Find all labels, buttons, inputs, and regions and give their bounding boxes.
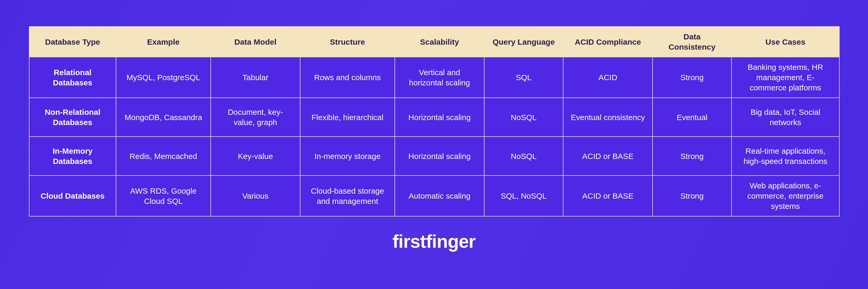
table-header-row: Database Type Example Data Model Structu…	[29, 27, 839, 57]
cell-acid-compliance: ACID or BASE	[563, 137, 653, 176]
header-data-consistency: Data Consistency	[653, 27, 732, 57]
cell-structure: In-memory storage	[300, 137, 395, 176]
cell-example: MongoDB, Cassandra	[116, 98, 211, 137]
cell-query-language: SQL	[484, 57, 563, 98]
cell-database-type: Cloud Databases	[29, 176, 116, 216]
cell-scalability: Horizontal scaling	[395, 98, 484, 137]
canvas: Database Type Example Data Model Structu…	[0, 0, 868, 289]
cell-use-cases: Big data, IoT, Social networks	[732, 98, 839, 137]
cell-database-type: In-Memory Databases	[29, 137, 116, 176]
cell-data-model: Various	[211, 176, 300, 216]
cell-scalability: Vertical and horizontal scaling	[395, 57, 484, 98]
brand-text: firstfinger	[393, 231, 475, 252]
table-row: Non-Relational Databases MongoDB, Cassan…	[29, 98, 839, 137]
cell-example: MySQL, PostgreSQL	[116, 57, 211, 98]
table-row: Cloud Databases AWS RDS, Google Cloud SQ…	[29, 176, 839, 216]
cell-data-consistency: Strong	[653, 57, 732, 98]
header-data-model: Data Model	[211, 27, 300, 57]
header-acid-compliance: ACID Compliance	[563, 27, 653, 57]
comparison-table: Database Type Example Data Model Structu…	[29, 26, 839, 216]
cell-structure: Cloud-based storage and management	[300, 176, 395, 216]
header-scalability: Scalability	[395, 27, 484, 57]
brand-logo: firstfinger	[393, 231, 475, 252]
cell-use-cases: Banking systems, HR management, E-commer…	[732, 57, 839, 98]
cell-database-type: Relational Databases	[29, 57, 116, 98]
cell-acid-compliance: Eventual consistency	[563, 98, 653, 137]
cell-structure: Flexible, hierarchical	[300, 98, 395, 137]
cell-query-language: SQL, NoSQL	[484, 176, 563, 216]
cell-example: AWS RDS, Google Cloud SQL	[116, 176, 211, 216]
header-use-cases: Use Cases	[732, 27, 839, 57]
cell-acid-compliance: ACID	[563, 57, 653, 98]
header-structure: Structure	[300, 27, 395, 57]
database-types-table: Database Type Example Data Model Structu…	[29, 26, 840, 216]
cell-scalability: Horizontal scaling	[395, 137, 484, 176]
table-row: In-Memory Databases Redis, Memcached Key…	[29, 137, 839, 176]
cell-query-language: NoSQL	[484, 98, 563, 137]
cell-acid-compliance: ACID or BASE	[563, 176, 653, 216]
header-query-language: Query Language	[484, 27, 563, 57]
cell-data-model: Key-value	[211, 137, 300, 176]
cell-scalability: Automatic scaling	[395, 176, 484, 216]
cell-data-consistency: Strong	[653, 137, 732, 176]
cell-data-consistency: Eventual	[653, 98, 732, 137]
cell-use-cases: Real-time applications, high-speed trans…	[732, 137, 839, 176]
header-example: Example	[116, 27, 211, 57]
cell-example: Redis, Memcached	[116, 137, 211, 176]
cell-data-consistency: Strong	[653, 176, 732, 216]
header-database-type: Database Type	[29, 27, 116, 57]
cell-data-model: Tabular	[211, 57, 300, 98]
cell-use-cases: Web applications, e-commerce, enterprise…	[732, 176, 839, 216]
table-row: Relational Databases MySQL, PostgreSQL T…	[29, 57, 839, 98]
cell-query-language: NoSQL	[484, 137, 563, 176]
cell-database-type: Non-Relational Databases	[29, 98, 116, 137]
cell-structure: Rows and columns	[300, 57, 395, 98]
cell-data-model: Document, key-value, graph	[211, 98, 300, 137]
